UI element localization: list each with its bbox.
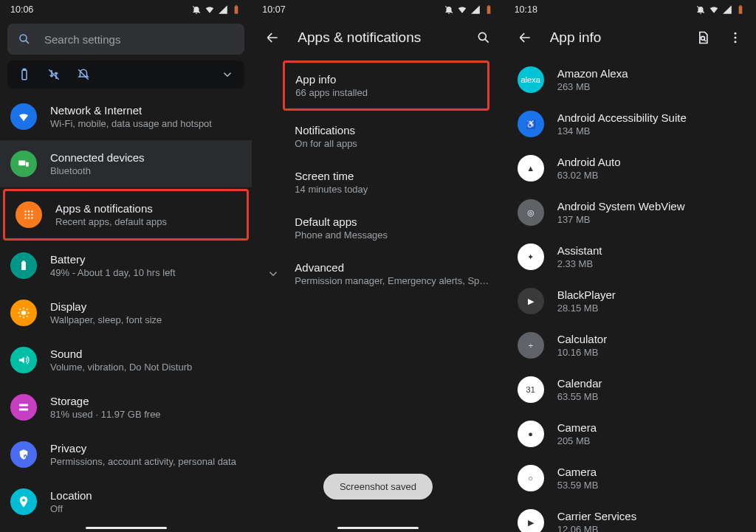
app-size: 263 MB [557, 81, 746, 92]
apps-list: alexaAmazon Alexa263 MB♿Android Accessib… [504, 58, 756, 532]
bell-off-icon [444, 4, 454, 15]
storage-icon [10, 394, 37, 421]
setting-network[interactable]: Network & InternetWi-Fi, mobile, data us… [0, 93, 252, 140]
svg-point-12 [24, 210, 26, 212]
svg-rect-21 [21, 262, 26, 270]
status-icons [191, 4, 241, 15]
search-icon [18, 32, 31, 46]
wifi-icon [205, 4, 215, 15]
row-sub: Wallpaper, sleep, font size [50, 314, 241, 325]
app-row[interactable]: ✦Assistant2.33 MB [504, 235, 756, 279]
item-screen-time[interactable]: Screen time14 minutes today [252, 159, 504, 205]
app-size: 63.02 MB [557, 170, 746, 181]
row-title: Location [50, 489, 241, 502]
row-sub: 66 apps installed [295, 87, 476, 98]
app-row[interactable]: alexaAmazon Alexa263 MB [504, 58, 756, 102]
location-icon [10, 488, 37, 515]
setting-privacy[interactable]: PrivacyPermissions, account activity, pe… [0, 431, 252, 478]
app-icon: ○ [518, 465, 544, 491]
overflow-icon[interactable] [728, 30, 743, 45]
row-sub: Permissions, account activity, personal … [50, 456, 241, 467]
clock: 10:06 [10, 4, 33, 15]
data-off-icon [47, 68, 61, 81]
row-sub: Permission manager, Emergency alerts, Sp… [295, 275, 493, 286]
setting-location[interactable]: LocationOff [0, 478, 252, 525]
svg-line-33 [485, 39, 489, 43]
back-icon[interactable] [265, 30, 280, 45]
app-row[interactable]: ♿Android Accessibility Suite134 MB [504, 102, 756, 146]
quick-status-row[interactable] [7, 61, 244, 89]
row-title: Storage [50, 395, 241, 407]
toast-screenshot-saved[interactable]: Screenshot saved [323, 474, 433, 500]
svg-rect-11 [26, 162, 29, 167]
setting-display[interactable]: DisplayWallpaper, sleep, font size [0, 289, 252, 336]
app-icon: ♿ [518, 111, 544, 137]
row-title: Network & Internet [50, 104, 241, 117]
status-bar: 10:07 [252, 0, 504, 18]
row-title: Connected devices [50, 151, 241, 164]
back-icon[interactable] [518, 30, 532, 45]
setting-sound[interactable]: SoundVolume, vibration, Do Not Disturb [0, 336, 252, 384]
nav-handle[interactable] [337, 527, 419, 529]
row-title: Privacy [50, 442, 241, 455]
app-info-screen: 10:18 App info alexaAmazon Alexa263 MB♿A… [504, 0, 756, 532]
svg-rect-10 [18, 161, 25, 166]
svg-rect-5 [22, 70, 27, 80]
chevron-down-icon [267, 267, 280, 280]
app-icon: ● [518, 421, 544, 447]
app-row[interactable]: 31Calendar63.55 MB [504, 367, 756, 412]
app-icon: ÷ [518, 332, 544, 359]
svg-rect-24 [19, 404, 28, 407]
app-size: 205 MB [557, 435, 746, 446]
search-file-icon[interactable] [695, 30, 710, 45]
header: Apps & notifications [252, 18, 504, 58]
signal-icon [218, 4, 228, 15]
row-sub: Volume, vibration, Do Not Disturb [50, 362, 241, 373]
search-icon[interactable] [476, 30, 491, 45]
row-title: Default apps [295, 215, 493, 228]
search-settings[interactable]: Search settings [7, 24, 244, 55]
app-name: Amazon Alexa [557, 67, 746, 80]
item-notifications[interactable]: NotificationsOn for all apps [252, 114, 504, 159]
setting-connected-devices[interactable]: Connected devicesBluetooth [0, 140, 252, 187]
app-row[interactable]: ▶BlackPlayer28.15 MB [504, 279, 756, 323]
clock: 10:18 [515, 4, 537, 15]
app-icon: ▲ [518, 155, 544, 182]
app-row[interactable]: ÷Calculator10.16 MB [504, 323, 756, 367]
app-icon: ✦ [518, 243, 544, 270]
nav-handle[interactable] [86, 527, 167, 529]
app-icon: 31 [518, 376, 544, 403]
bell-off-icon [191, 4, 202, 15]
svg-point-32 [478, 32, 486, 40]
svg-line-38 [704, 40, 707, 42]
signal-icon [722, 4, 732, 15]
app-icon: ▶ [518, 509, 544, 532]
setting-storage[interactable]: Storage81% used · 11.97 GB free [0, 384, 252, 431]
app-row[interactable]: ●Camera205 MB [504, 412, 756, 456]
svg-point-20 [31, 217, 32, 218]
app-row[interactable]: ▶Carrier Services12.06 MB [504, 500, 756, 532]
app-size: 2.33 MB [557, 258, 746, 269]
item-default-apps[interactable]: Default appsPhone and Messages [252, 205, 504, 251]
app-name: Android Accessibility Suite [557, 111, 746, 124]
svg-point-3 [20, 35, 27, 41]
setting-battery[interactable]: Battery49% - About 1 day, 10 hrs left [0, 242, 252, 289]
status-icons [695, 4, 746, 15]
app-row[interactable]: ▲Android Auto63.02 MB [504, 146, 756, 190]
app-name: Assistant [557, 244, 746, 257]
item-advanced[interactable]: AdvancedPermission manager, Emergency al… [252, 251, 504, 297]
app-size: 63.55 MB [557, 391, 746, 402]
status-bar: 10:06 [0, 0, 252, 18]
battery-icon [735, 4, 746, 15]
status-icons [444, 4, 494, 15]
app-row[interactable]: ○Camera53.59 MB [504, 456, 756, 500]
setting-apps-notifications[interactable]: Apps & notificationsRecent apps, default… [3, 189, 249, 241]
item-app-info[interactable]: App info66 apps installed [283, 61, 489, 111]
app-row[interactable]: ◎Android System WebView137 MB [504, 190, 756, 235]
svg-rect-27 [25, 456, 27, 458]
signal-icon [470, 4, 481, 15]
svg-point-17 [31, 214, 32, 215]
apps-notifications-screen: 10:07 Apps & notifications App info66 ap… [252, 0, 504, 532]
wifi-icon [10, 103, 37, 130]
svg-point-15 [24, 214, 26, 215]
